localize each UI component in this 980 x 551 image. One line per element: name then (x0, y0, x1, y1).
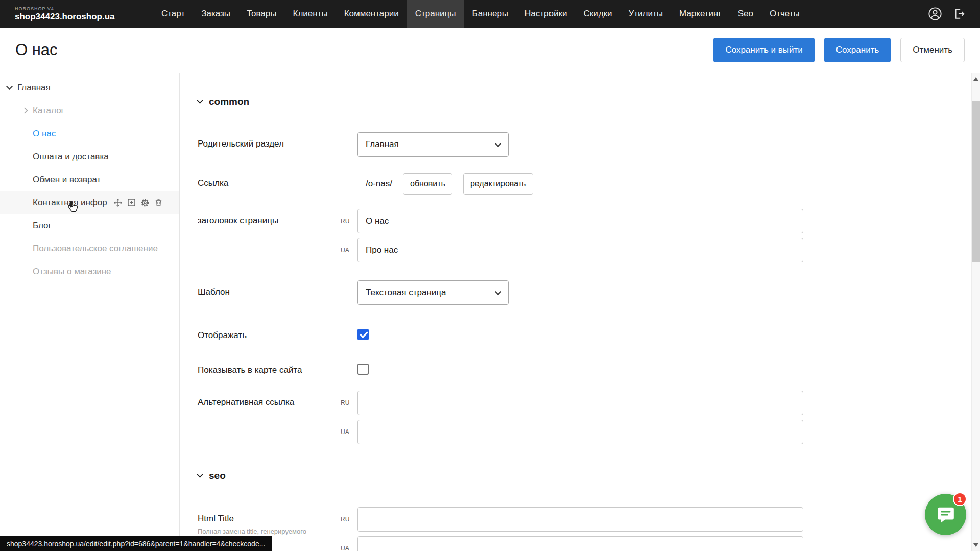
section-common[interactable]: common (198, 95, 971, 108)
topnav-item[interactable]: Настройки (516, 0, 575, 28)
chevron-spacer (22, 269, 27, 274)
template-select[interactable]: Текстовая страница (357, 280, 509, 305)
sidebar-item[interactable]: Отзывы о магазине (0, 260, 179, 283)
chevron-spacer (22, 200, 27, 205)
sitemap-checkbox[interactable] (357, 364, 369, 375)
alt-link-ua-input[interactable] (357, 420, 803, 444)
sidebar-item-label: Блог (33, 221, 52, 231)
link-label: Ссылка (198, 173, 357, 188)
sidebar-item[interactable]: Пользовательское соглашение (0, 237, 179, 260)
save-button[interactable]: Сохранить (824, 38, 891, 62)
page-header: О нас Сохранить и выйти Сохранить Отмени… (0, 28, 980, 73)
topnav-item[interactable]: Утилиты (620, 0, 672, 28)
lang-ua-label: UA (341, 428, 357, 436)
chevron-right-icon[interactable] (21, 107, 28, 114)
topbar-right (928, 0, 980, 28)
topnav-item[interactable]: Старт (153, 0, 193, 28)
sidebar-item[interactable]: Каталог (0, 99, 179, 122)
sitemap-label: Показывать в карте сайта (198, 362, 357, 375)
scroll-down-arrow-icon[interactable] (973, 543, 978, 547)
parent-section-select[interactable]: Главная (357, 132, 509, 157)
sitemap-row: Показывать в карте сайта (198, 362, 971, 375)
sidebar-item[interactable]: Контактная инфор (0, 191, 179, 214)
topnav-item[interactable]: Маркетинг (671, 0, 730, 28)
alt-link-ru-input[interactable] (357, 391, 803, 415)
topnav-item[interactable]: Скидки (575, 0, 620, 28)
page-title-field-label: заголовок страницы (198, 209, 341, 226)
chevron-down-icon (495, 289, 501, 295)
sidebar-item[interactable]: Обмен и возврат (0, 168, 179, 191)
alt-link-label: Альтернативная ссылка (198, 391, 341, 408)
brand[interactable]: HOROSHOP V4 shop34423.horoshop.ua (0, 0, 153, 28)
page-title-row: заголовок страницы RU UA (198, 209, 971, 262)
drag-move-icon[interactable] (113, 198, 123, 207)
scroll-up-arrow-icon[interactable] (973, 77, 978, 81)
topnav-item[interactable]: Заказы (193, 0, 238, 28)
account-icon[interactable] (928, 7, 942, 21)
main-content: common Родительский раздел Главная Ссылк… (180, 73, 971, 551)
chat-widget: 1 (925, 494, 966, 535)
sidebar-item-label: Отзывы о магазине (33, 267, 111, 277)
sidebar-item-label: О нас (33, 129, 56, 139)
chat-bubble-icon (936, 505, 955, 524)
parent-section-row: Родительский раздел Главная (198, 132, 971, 157)
topnav-item[interactable]: Баннеры (464, 0, 517, 28)
sidebar: ГлавнаяКаталогО насОплата и доставкаОбме… (0, 73, 180, 551)
settings-gear-icon[interactable] (140, 198, 150, 207)
alt-link-row: Альтернативная ссылка RU UA (198, 391, 971, 444)
sidebar-item[interactable]: О нас (0, 122, 179, 145)
lang-ru-label: RU (341, 399, 357, 406)
topnav-item[interactable]: Комментарии (336, 0, 407, 28)
topnav-item[interactable]: Отчеты (761, 0, 808, 28)
html-title-row: Html Title Полная замена title, генериру… (198, 507, 971, 551)
lang-ru-label: RU (341, 516, 357, 523)
cancel-button[interactable]: Отменить (900, 38, 965, 62)
chevron-down-icon (197, 97, 203, 104)
html-title-hint: Полная замена title, генерируемого (198, 528, 330, 536)
chevron-spacer (22, 246, 27, 251)
add-page-icon[interactable] (127, 198, 136, 207)
topnav-item[interactable]: Страницы (407, 0, 464, 28)
scrollbar-thumb[interactable] (972, 101, 980, 262)
html-title-label: Html Title (198, 514, 341, 524)
sidebar-item[interactable]: Оплата и доставка (0, 145, 179, 168)
display-checkbox[interactable] (357, 329, 369, 340)
chevron-spacer (22, 177, 27, 182)
header-actions: Сохранить и выйти Сохранить Отменить (713, 38, 965, 62)
sidebar-item-label: Оплата и доставка (33, 152, 109, 162)
topnav-item[interactable]: Клиенты (285, 0, 336, 28)
chevron-down-icon (197, 471, 203, 478)
chevron-down-icon (495, 140, 501, 147)
sidebar-item-label: Контактная инфор (33, 198, 107, 208)
sidebar-item[interactable]: Блог (0, 214, 179, 237)
section-seo-label: seo (209, 470, 226, 482)
page-title-ua-input[interactable] (357, 238, 803, 262)
link-path: /o-nas/ (366, 179, 392, 189)
page-title: О нас (15, 41, 58, 59)
chevron-spacer (22, 154, 27, 159)
chevron-down-icon[interactable] (6, 83, 13, 90)
page-title-ru-input[interactable] (357, 209, 803, 233)
brand-domain-label: shop34423.horoshop.ua (15, 12, 153, 22)
parent-section-label: Родительский раздел (198, 132, 357, 149)
html-title-ua-input[interactable] (357, 536, 803, 551)
edit-link-button[interactable]: редактировать (463, 173, 533, 195)
template-label: Шаблон (198, 280, 357, 297)
template-value: Текстовая страница (366, 288, 446, 298)
section-seo[interactable]: seo (198, 470, 971, 482)
vertical-scrollbar[interactable] (971, 73, 980, 551)
display-label: Отображать (198, 327, 357, 341)
sidebar-tree: ГлавнаяКаталогО насОплата и доставкаОбме… (0, 76, 179, 283)
save-and-exit-button[interactable]: Сохранить и выйти (713, 38, 814, 62)
topnav-item[interactable]: Товары (238, 0, 284, 28)
chevron-spacer (22, 223, 27, 228)
display-row: Отображать (198, 327, 971, 341)
sidebar-item-label: Обмен и возврат (33, 175, 101, 185)
sidebar-item[interactable]: Главная (0, 76, 179, 99)
topnav-item[interactable]: Seo (730, 0, 761, 28)
delete-trash-icon[interactable] (154, 198, 163, 207)
brand-version-label: HOROSHOP V4 (15, 6, 153, 12)
refresh-link-button[interactable]: обновить (403, 173, 452, 195)
logout-icon[interactable] (952, 7, 966, 20)
html-title-ru-input[interactable] (357, 507, 803, 532)
